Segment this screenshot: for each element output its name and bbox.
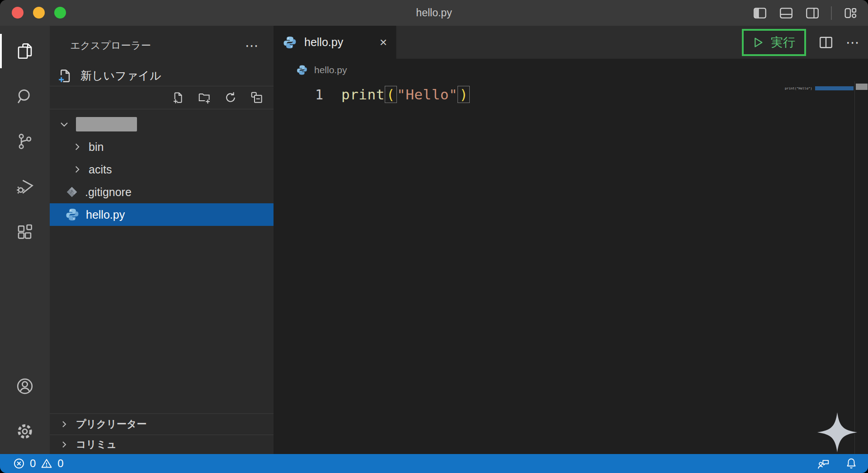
error-icon [13,457,25,470]
problems-indicator[interactable]: 0 0 [13,457,64,470]
breadcrumb[interactable]: hello.py [274,59,868,81]
more-actions-icon[interactable]: ⋯ [245,43,260,48]
chevron-right-icon [59,439,70,450]
titlebar-divider [831,6,832,20]
run-debug-icon [15,177,35,197]
status-bar: 0 0 [0,454,868,473]
explorer-sidebar: エクスプローラー ⋯ 新しいファイル [50,26,274,454]
run-button[interactable]: 実行 [742,29,806,56]
python-icon [283,35,297,50]
editor-more-actions-icon[interactable]: ⋯ [846,40,861,45]
tab-hello-py[interactable]: hello.py × [274,26,396,59]
code-token-string: "Hello" [397,86,458,103]
customize-layout-icon[interactable] [843,5,858,21]
scrollbar-thumb[interactable] [856,84,868,90]
toolbar-refresh-icon[interactable] [224,91,237,104]
tree-row-folder[interactable]: bin [50,136,274,158]
split-editor-icon[interactable] [818,34,834,51]
files-icon [15,42,34,61]
sidebar-title: エクスプローラー [70,39,245,52]
activitybar-search[interactable] [0,74,50,119]
toggle-secondary-sidebar-icon[interactable] [805,5,820,21]
editor-scrollbar[interactable] [854,81,868,454]
toggle-sidebar-icon[interactable] [752,5,768,21]
tree-row-root-folder[interactable] [50,113,274,136]
section-label: コリミュ [76,438,117,451]
toolbar-collapse-all-icon[interactable] [250,91,264,104]
feedback-icon[interactable] [816,457,830,470]
notifications-bell-icon[interactable] [844,457,858,470]
sidebar-section-header[interactable]: コリミュ [50,435,274,454]
zoom-window-button[interactable] [54,7,66,19]
activity-bar [0,26,50,454]
minimap-code-text: print("Hello") [785,86,812,90]
python-icon [296,64,308,76]
chevron-right-icon [59,419,70,430]
chevron-right-icon [71,164,83,175]
tree-item-label: .gitignore [85,186,132,199]
activitybar-settings[interactable] [0,409,50,454]
activitybar-account[interactable] [0,364,50,409]
breadcrumb-item: hello.py [314,65,347,75]
account-icon [15,376,35,396]
activitybar-run-debug[interactable] [0,164,50,209]
warning-count: 0 [57,457,63,470]
vscode-window: hello.py [0,0,868,473]
tab-label: hello.py [304,36,373,49]
chevron-down-icon [58,118,71,131]
traffic-lights [12,7,66,19]
error-count: 0 [30,457,36,470]
editor-area: hello.py × 実行 [274,26,868,454]
close-tab-icon[interactable]: × [380,36,387,49]
minimize-window-button[interactable] [33,7,45,19]
activitybar-extensions[interactable] [0,209,50,254]
run-button-label: 実行 [771,34,795,51]
toolbar-new-folder-icon[interactable] [198,91,211,104]
tree-item-label: hello.py [86,208,125,221]
line-number: 1 [274,87,341,103]
section-label: プリクリーター [76,417,147,431]
warning-icon [40,457,53,470]
toolbar-new-file-icon[interactable] [171,91,185,104]
tree-item-label: bin [89,140,104,154]
gitignore-icon [65,185,79,199]
file-tree: bin acits [50,109,274,226]
sparkle-icon[interactable] [816,412,858,453]
new-file-entry[interactable]: 新しいファイル [50,66,274,86]
gear-icon [15,421,35,441]
minimap[interactable]: print("Hello") [785,85,854,91]
tree-row-file[interactable]: .gitignore [50,181,274,203]
minimap-current-line-highlight [815,86,854,90]
tab-bar: hello.py × 実行 [274,26,868,59]
toggle-panel-icon[interactable] [778,5,794,21]
window-title: hello.py [416,7,452,19]
new-file-icon [57,68,73,84]
new-file-label: 新しいファイル [80,68,161,83]
sidebar-section-header[interactable]: プリクリーター [50,413,274,435]
tree-row-folder[interactable]: acits [50,158,274,181]
code-line-1: 1 print("Hello") [274,81,868,108]
git-branch-icon [15,132,34,151]
tree-item-label: acits [89,163,112,176]
code-area[interactable]: 1 print("Hello") print("Hello") [274,81,868,454]
tree-row-file-selected[interactable]: hello.py [50,203,274,226]
redacted-folder-name [76,117,137,131]
close-window-button[interactable] [12,7,24,19]
code-token-function: print [341,86,385,103]
activitybar-explorer[interactable] [0,28,50,74]
title-bar: hello.py [0,0,868,26]
python-icon [65,207,80,222]
explorer-toolbar [50,86,274,109]
play-icon [751,36,764,49]
chevron-right-icon [71,141,83,153]
extensions-icon [15,222,34,241]
activitybar-source-control[interactable] [0,119,50,164]
code-token-open-paren: ( [385,86,397,103]
code-token-close-paren: ) [458,86,470,103]
search-icon [15,87,34,106]
